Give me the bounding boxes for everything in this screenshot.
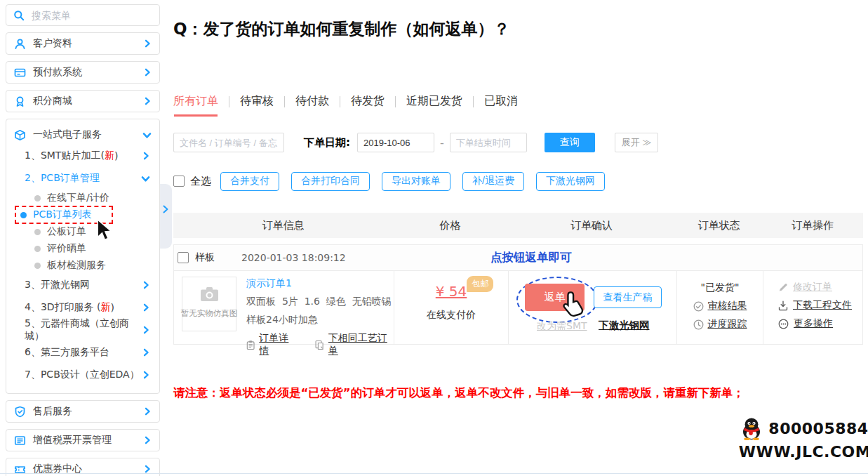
tab-recently-shipped[interactable]: 近期已发货 xyxy=(406,94,462,109)
order-checkbox[interactable] xyxy=(178,252,189,263)
edit-order-link[interactable]: 修改订单 xyxy=(778,281,832,293)
sidebar-item-after-sales[interactable]: 售后服务 xyxy=(6,400,160,423)
mouse-cursor-arrow-icon xyxy=(96,219,116,242)
item-label: 6、第三方服务平台 xyxy=(25,346,109,359)
chevron-right-icon xyxy=(143,436,152,444)
tab-divider xyxy=(395,96,396,107)
pencil-icon xyxy=(778,282,788,292)
qq-icon xyxy=(741,417,762,440)
clock-icon xyxy=(693,319,704,330)
item-label: 在线下单/计价 xyxy=(47,192,109,204)
select-all-checkbox[interactable] xyxy=(173,176,185,187)
download-files-link[interactable]: 下载工程文件 xyxy=(778,299,852,312)
cube-icon xyxy=(14,129,26,141)
order-name-link[interactable]: 演示订单1 xyxy=(246,277,292,290)
free-shipping-badge: 包邮 xyxy=(467,276,493,292)
sidebar-item-smt[interactable]: 1、SMT贴片加工(新) xyxy=(6,145,159,167)
chevron-right-icon xyxy=(142,281,150,289)
item-label: 5、元器件商城（立创商城） xyxy=(25,317,142,343)
bulk-actions-bar: 全选 合并支付 合并打印合同 导出对账单 补/退运费 下激光钢网 xyxy=(173,171,605,191)
keyword-input[interactable] xyxy=(173,133,284,152)
order-detail-link[interactable]: 订单详情 xyxy=(246,332,296,357)
laser-stencil-button[interactable]: 下激光钢网 xyxy=(536,172,605,191)
sidebar-item-vat-invoice[interactable]: 增值税票开票管理 xyxy=(6,429,160,451)
date-range-separator: - xyxy=(440,136,444,150)
item-label: 评价晒单 xyxy=(47,242,86,255)
sidebar-item-third-party-platform[interactable]: 6、第三方服务平台 xyxy=(6,341,159,364)
tab-cancelled[interactable]: 已取消 xyxy=(484,94,518,109)
sidebar-item-3d-printing[interactable]: 4、3D打印服务 (新) xyxy=(6,296,159,319)
review-result-link[interactable]: 审核结果 xyxy=(693,300,747,312)
merge-pay-button[interactable]: 合并支付 xyxy=(220,172,279,191)
sidebar-item-prepayment[interactable]: 预付款系统 xyxy=(6,61,160,84)
expand-button[interactable]: 展开 ≫ xyxy=(615,133,659,152)
tab-all-orders[interactable]: 所有订单 xyxy=(173,94,218,109)
order-price: ¥ 54 xyxy=(436,283,467,300)
tab-divider xyxy=(229,96,229,107)
progress-tracking-link[interactable]: 进度跟踪 xyxy=(693,318,747,331)
search-button[interactable]: 查询 xyxy=(545,133,595,152)
sidebar-item-label: 增值税票开票管理 xyxy=(33,434,136,447)
sidebar-item-customer-info[interactable]: 客户资料 xyxy=(6,32,160,55)
date-start-input[interactable] xyxy=(357,133,434,152)
copy-document-icon xyxy=(315,340,323,350)
check-circle-icon xyxy=(693,301,704,312)
same-process-order-link[interactable]: 下相同工艺订单 xyxy=(315,332,394,357)
export-statement-button[interactable]: 导出对账单 xyxy=(382,172,450,191)
order-tabs: 所有订单 待审核 待付款 待发货 近期已发货 已取消 xyxy=(173,94,518,109)
sidebar-item-pcb-order-management[interactable]: 2、PCB订单管理 xyxy=(6,167,159,190)
tab-pending-review[interactable]: 待审核 xyxy=(240,94,274,109)
order-row: 样板 2020-01-03 18:09:12 点按钮返单即可 xyxy=(173,244,863,345)
tab-pending-shipment[interactable]: 待发货 xyxy=(351,94,385,109)
sidebar-search-box[interactable] xyxy=(6,4,160,26)
website-url: WWW.JLC.COM xyxy=(731,443,868,461)
tab-divider xyxy=(473,96,474,107)
col-header-order-status: 订单状态 xyxy=(676,219,762,232)
order-stencil-link[interactable]: 下激光钢网 xyxy=(599,319,650,332)
page-root: 客户资料 预付款系统 积分商城 xyxy=(0,0,868,476)
shield-icon xyxy=(14,406,26,418)
item-label: 1、SMT贴片加工( xyxy=(25,150,105,162)
more-icon xyxy=(778,319,789,329)
more-actions-link[interactable]: 更多操作 xyxy=(778,317,833,330)
chevron-right-icon xyxy=(143,465,152,473)
order-status-cell: "已发货" 审核结果 进度跟踪 xyxy=(676,271,763,344)
view-production-file-button[interactable]: 查看生产稿 xyxy=(594,286,662,308)
sidebar-item-laser-stencil[interactable]: 3、开激光钢网 xyxy=(6,274,159,296)
contact-info: 800005884 WWW.JLC.COM xyxy=(731,417,868,461)
bullet-dot-icon xyxy=(34,263,41,269)
tab-pending-payment[interactable]: 待付款 xyxy=(295,94,329,109)
sidebar-collapse-handle[interactable] xyxy=(160,184,172,249)
sidebar: 客户资料 预付款系统 积分商城 xyxy=(6,4,160,476)
order-specs-line1: 双面板 5片 1.6 绿色 无铅喷锡 xyxy=(246,296,392,308)
search-input[interactable] xyxy=(30,9,152,22)
price-cell: ¥ 54 包邮 在线支付价 xyxy=(394,271,508,344)
order-thumbnail[interactable]: 暂无实物仿真图 xyxy=(182,277,236,331)
change-to-smt-link[interactable]: 改为需SMT xyxy=(537,320,587,333)
sidebar-item-pcb-design-eda[interactable]: 7、PCB设计（立创EDA） xyxy=(6,364,159,386)
chevron-right-icon xyxy=(142,326,150,334)
sidebar-item-board-testing[interactable]: 板材检测服务 xyxy=(6,257,159,274)
shipping-fee-adjust-button[interactable]: 补/退运费 xyxy=(462,172,524,191)
col-header-price: 价格 xyxy=(393,219,507,232)
sidebar-item-online-order[interactable]: 在线下单/计价 xyxy=(6,190,159,206)
merge-print-contract-button[interactable]: 合并打印合同 xyxy=(291,172,370,191)
bullet-dot-icon xyxy=(34,229,41,235)
sidebar-item-components-mall[interactable]: 5、元器件商城（立创商城） xyxy=(6,319,159,341)
bullet-dot-icon xyxy=(34,246,41,252)
order-row-header: 样板 2020-01-03 18:09:12 点按钮返单即可 xyxy=(174,245,862,271)
medal-icon xyxy=(14,95,26,107)
chevron-right-icon xyxy=(143,407,152,416)
user-icon xyxy=(14,38,26,50)
order-datetime: 2020-01-03 18:09:12 xyxy=(241,252,346,263)
sidebar-item-points-mall[interactable]: 积分商城 xyxy=(6,90,160,112)
page-title: Q：发了货的订单如何重复制作（如何返单）？ xyxy=(173,18,510,40)
sidebar-item-one-stop-service[interactable]: 一站式电子服务 xyxy=(6,125,159,145)
select-all-label: 全选 xyxy=(190,175,211,188)
sidebar-item-pcb-order-list[interactable]: PCB订单列表 xyxy=(6,206,159,223)
sidebar-item-public-board-order[interactable]: 公板订单 xyxy=(6,223,159,240)
date-end-input[interactable] xyxy=(450,133,527,152)
sidebar-item-review-share[interactable]: 评价晒单 xyxy=(6,240,159,257)
invoice-icon xyxy=(14,435,26,447)
orders-table: 订单信息 价格 订单确认 订单状态 订单操作 样板 2020-01-03 18:… xyxy=(173,213,863,345)
